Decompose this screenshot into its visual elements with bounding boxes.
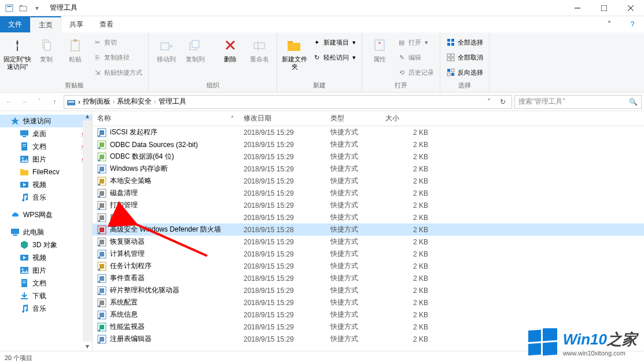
invert-selection-button[interactable]: 反向选择 (444, 66, 485, 79)
tab-home[interactable]: 主页 (30, 16, 61, 32)
tree-item-视频[interactable]: 视频 (0, 251, 92, 264)
help-button[interactable]: ? (621, 16, 644, 32)
up-button[interactable]: ↑ (47, 95, 61, 109)
file-row[interactable]: 计算机管理2018/9/15 15:29快捷方式2 KB (93, 248, 644, 260)
minimize-button[interactable] (564, 0, 591, 16)
col-name[interactable]: 名称˄ (93, 113, 239, 123)
shortcut-icon (97, 201, 106, 210)
tree-scrollbar[interactable]: ▴▾ (83, 111, 92, 351)
file-row[interactable]: iSCSI 发起程序2018/9/15 15:29快捷方式2 KB (93, 126, 644, 138)
tree-item-桌面[interactable]: 桌面📌 (0, 127, 92, 140)
moveto-button[interactable]: 移动到 (152, 34, 180, 63)
svg-rect-93 (528, 343, 541, 355)
column-headers[interactable]: 名称˄ 修改日期 类型 大小 (93, 111, 644, 126)
tree-item-文档[interactable]: 文档📌 (0, 140, 92, 153)
forward-button[interactable]: → (17, 95, 31, 109)
group-select-label: 选择 (458, 80, 471, 91)
file-row[interactable]: 磁盘清理2018/9/15 15:29快捷方式2 KB (93, 187, 644, 199)
tree-item-文档[interactable]: 文档 (0, 277, 92, 289)
delete-button[interactable]: 删除 (216, 34, 244, 63)
history-button[interactable]: ⟲历史记录 (395, 66, 436, 79)
tree-item-快速访问[interactable]: 快速访问 (0, 115, 92, 127)
tab-view[interactable]: 查看 (91, 16, 122, 32)
collapse-ribbon-button[interactable]: ˄ (598, 16, 621, 32)
music-icon (20, 304, 29, 313)
image-icon (20, 155, 29, 164)
file-row[interactable]: 恢复驱动器2018/9/15 15:29快捷方式2 KB (93, 236, 644, 248)
select-all-button[interactable]: 全部选择 (444, 36, 485, 49)
crumb-0[interactable]: 控制面板› (83, 97, 115, 107)
crumb-1[interactable]: 系统和安全› (117, 97, 156, 107)
addr-dropdown-button[interactable]: ˅ (483, 96, 495, 108)
cut-button[interactable]: ✂剪切 (90, 36, 145, 49)
file-row[interactable]: 任务计划程序2018/9/15 15:29快捷方式2 KB (93, 260, 644, 272)
file-row[interactable]: 系统配置2018/9/15 15:29快捷方式2 KB (93, 296, 644, 309)
window-title: 管理工具 (43, 3, 78, 13)
tab-share[interactable]: 共享 (61, 16, 91, 32)
star-icon (10, 116, 20, 126)
new-folder-button[interactable]: 新建文件夹 (281, 34, 308, 71)
newitem-icon: ✦ (312, 38, 321, 47)
edit-button[interactable]: ✎编辑 (395, 51, 436, 64)
address-field[interactable]: › 控制面板› 系统和安全› 管理工具 ˅ ↻ (64, 95, 512, 109)
tree-item-FileRecv[interactable]: FileRecv (0, 166, 92, 178)
properties-button[interactable]: 属性 (366, 34, 393, 63)
file-row[interactable]: 系统信息2018/9/15 15:29快捷方式2 KB (93, 309, 644, 321)
qat-newfolder-icon[interactable] (17, 2, 29, 14)
qat-properties-icon[interactable] (3, 2, 15, 14)
tree-item-WPS网盘[interactable]: WPS网盘 (0, 208, 92, 221)
navigation-tree[interactable]: 快速访问桌面📌文档📌图片📌FileRecv视频音乐WPS网盘此电脑3D 对象视频… (0, 111, 93, 351)
svg-rect-83 (100, 300, 104, 305)
file-row[interactable]: 本地安全策略2018/9/15 15:29快捷方式2 KB (93, 175, 644, 187)
easy-access-button[interactable]: ↻轻松访问▾ (310, 51, 358, 64)
back-button[interactable]: ← (2, 95, 16, 109)
maximize-button[interactable] (591, 0, 617, 16)
tree-item-图片[interactable]: 图片📌 (0, 153, 92, 166)
tree-item-音乐[interactable]: 音乐 (0, 302, 92, 315)
recent-button[interactable]: ˅ (32, 95, 46, 109)
file-row[interactable]: ODBC Data Sources (32-bit)2018/9/15 15:2… (93, 138, 644, 151)
copy-button[interactable]: 复制 (32, 34, 60, 63)
col-type[interactable]: 类型 (326, 113, 381, 123)
file-row[interactable]: 事件查看器2018/9/15 15:29快捷方式2 KB (93, 272, 644, 284)
refresh-button[interactable]: ↻ (496, 96, 509, 108)
svg-rect-71 (100, 228, 104, 232)
new-item-button[interactable]: ✦新建项目▾ (310, 36, 358, 49)
qat-dropdown-icon[interactable]: ▾ (31, 2, 43, 14)
cloud-icon (10, 210, 20, 219)
file-row[interactable]: 服务2018/9/15 15:29快捷方式2 KB (93, 211, 644, 223)
file-row[interactable]: 高级安全 Windows Defender 防火墙2018/9/15 15:28… (93, 223, 644, 236)
file-row[interactable]: Windows 内存诊断2018/9/15 15:29快捷方式2 KB (93, 163, 644, 175)
tree-item-此电脑[interactable]: 此电脑 (0, 226, 92, 239)
crumb-2[interactable]: 管理工具 (159, 97, 186, 107)
file-row[interactable]: 碎片整理和优化驱动器2018/9/15 15:29快捷方式2 KB (93, 284, 644, 296)
search-input[interactable]: 搜索"管理工具" 🔍 (514, 95, 642, 109)
tab-file[interactable]: 文件 (0, 16, 30, 32)
paste-shortcut-button[interactable]: ⇲粘贴快捷方式 (90, 66, 145, 79)
close-button[interactable] (617, 0, 644, 16)
paste-button[interactable]: 粘贴 (61, 34, 89, 63)
copy-path-button[interactable]: ⎘复制路径 (90, 51, 145, 64)
svg-rect-63 (100, 179, 104, 184)
tree-item-音乐[interactable]: 音乐 (0, 191, 92, 204)
open-icon: ▤ (397, 38, 406, 47)
col-size[interactable]: 大小 (381, 113, 430, 123)
copyto-button[interactable]: 复制到 (181, 34, 209, 63)
file-row[interactable]: 打印管理2018/9/15 15:29快捷方式2 KB (93, 199, 644, 211)
col-date[interactable]: 修改日期 (239, 113, 326, 123)
open-button[interactable]: ▤打开▾ (395, 36, 436, 49)
pc-icon (10, 228, 20, 237)
svg-rect-40 (23, 146, 26, 146)
address-bar: ← → ˅ ↑ › 控制面板› 系统和安全› 管理工具 ˅ ↻ 搜索"管理工具"… (0, 93, 644, 111)
rename-button[interactable]: 重命名 (245, 34, 273, 63)
group-organize-label: 组织 (207, 80, 219, 91)
pin-quickaccess-button[interactable]: 固定到"快速访问" (3, 34, 31, 71)
svg-rect-10 (71, 41, 79, 51)
select-none-button[interactable]: 全部取消 (444, 51, 485, 64)
tree-item-3D 对象[interactable]: 3D 对象 (0, 239, 92, 251)
tree-item-下载[interactable]: 下载 (0, 289, 92, 302)
tree-item-图片[interactable]: 图片 (0, 264, 92, 277)
file-row[interactable]: ODBC 数据源(64 位)2018/9/15 15:29快捷方式2 KB (93, 151, 644, 163)
moveto-icon (157, 36, 175, 54)
tree-item-视频[interactable]: 视频 (0, 178, 92, 191)
